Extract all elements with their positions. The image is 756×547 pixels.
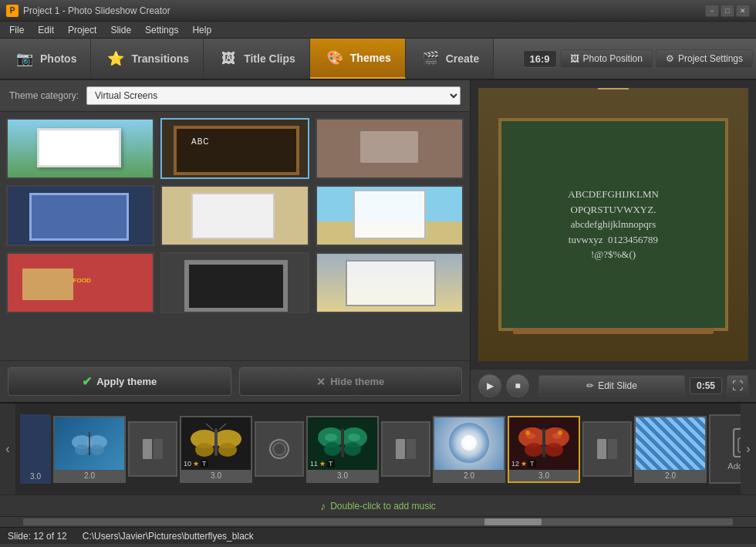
butterfly-blue-thumb [55, 417, 124, 470]
transition-2[interactable] [255, 421, 304, 477]
filmstrip-container: ‹ 3.0 2.0 [0, 402, 756, 495]
theme-item-9[interactable] [316, 252, 464, 313]
tab-transitions[interactable]: ⭐ Transitions [91, 39, 204, 79]
add-photo-label: Add Photo [727, 461, 741, 471]
menu-slide[interactable]: Slide [104, 23, 137, 37]
restore-button[interactable]: □ [721, 5, 734, 17]
category-select[interactable]: Virtual Screens Nature Urban [86, 86, 461, 105]
theme-item-2[interactable] [160, 118, 309, 179]
chalk-text: ABCDEFGHIJKLMN OPQRSTUVWXYZ. abcdefghijk… [568, 187, 659, 262]
filmstrip-right-arrow[interactable]: › [741, 403, 756, 495]
theme-item-5[interactable] [160, 185, 309, 246]
scrollbar-thumb[interactable] [484, 518, 542, 525]
theme-thumbnail-6 [317, 187, 462, 245]
theme-thumbnail-9 [317, 254, 462, 312]
transition-4[interactable] [582, 421, 632, 477]
checkmark-icon: ✔ [82, 374, 92, 389]
time-badge: 0:55 [690, 377, 722, 394]
scrollbar-track [23, 518, 733, 525]
themes-icon: 🎨 [324, 47, 346, 69]
film-item-5[interactable]: 12 ★ T 3.0 [508, 416, 580, 483]
film-duration-4: 2.0 [464, 470, 474, 481]
film-item-1[interactable]: 2.0 [53, 416, 126, 483]
preview-panel: ABCDEFGHIJKLMN OPQRSTUVWXYZ. abcdefghijk… [471, 80, 756, 402]
photo-position-button[interactable]: 🖼 Photo Position [560, 49, 653, 68]
add-photo-button[interactable]: Add Photo [709, 414, 741, 484]
fullscreen-button[interactable]: ⛶ [727, 375, 748, 397]
film-label-3: 11 ★ T [310, 460, 335, 468]
hide-theme-button[interactable]: ✕ Hide theme [239, 367, 463, 396]
transition-thumb-1 [130, 423, 176, 475]
tab-photos[interactable]: 📷 Photos [0, 39, 91, 79]
menu-help[interactable]: Help [186, 23, 218, 37]
music-bar[interactable]: ♪ Double-click to add music [0, 495, 756, 516]
menu-file[interactable]: File [3, 23, 30, 37]
titlebar: P Project 1 - Photo Slideshow Creator − … [0, 0, 756, 22]
title-clips-icon: 🖼 [218, 48, 239, 69]
film-item-6[interactable]: 2.0 [634, 416, 707, 483]
film-num-5: 12 [511, 460, 519, 468]
svg-rect-37 [597, 439, 606, 459]
film-star-5: ★ [521, 460, 527, 468]
project-settings-button[interactable]: ⚙ Project Settings [656, 49, 753, 68]
svg-point-2 [75, 444, 89, 455]
menu-project[interactable]: Project [62, 23, 103, 37]
svg-rect-6 [154, 439, 163, 459]
tab-create[interactable]: 🎬 Create [406, 39, 494, 79]
tab-title-clips[interactable]: 🖼 Title Clips [204, 39, 310, 79]
svg-rect-38 [608, 439, 617, 459]
apply-theme-button[interactable]: ✔ Apply theme [8, 367, 231, 396]
menubar: File Edit Project Slide Settings Help [0, 22, 756, 39]
svg-rect-21 [341, 428, 344, 458]
theme-item-6[interactable] [316, 185, 464, 246]
film-item-3[interactable]: 11 ★ T 3.0 [306, 416, 379, 483]
filmstrip-left-arrow[interactable]: ‹ [0, 403, 15, 495]
svg-point-3 [90, 444, 104, 455]
film-num-2: 10 [184, 460, 191, 468]
toolbar: 📷 Photos ⭐ Transitions 🖼 Title Clips 🎨 T… [0, 39, 756, 80]
transition-3[interactable] [381, 421, 430, 477]
filmstrip-scroll: 3.0 2.0 [15, 403, 741, 495]
transition-1[interactable] [128, 421, 177, 477]
scrollbar-area[interactable] [0, 516, 756, 527]
tab-themes[interactable]: 🎨 Themes [310, 39, 406, 79]
statusbar: Slide: 12 of 12 C:\Users\Javier\Pictures… [0, 527, 756, 544]
film-star-3: ★ [319, 460, 326, 468]
transition-thumb-3 [383, 423, 429, 475]
svg-point-35 [525, 431, 530, 435]
film-item-2[interactable]: 10 ★ T 3.0 [180, 416, 252, 483]
edit-slide-button[interactable]: ✏ Edit Slide [538, 375, 685, 397]
svg-line-12 [206, 424, 213, 430]
transition-thumb-4 [584, 423, 630, 475]
svg-point-31 [545, 443, 563, 457]
stop-button[interactable]: ■ [506, 374, 529, 397]
x-icon: ✕ [316, 376, 326, 388]
film-label-5: 12 ★ T [511, 460, 536, 468]
svg-rect-25 [407, 439, 416, 459]
film-duration-1: 2.0 [84, 470, 95, 481]
film-label-2: 10 ★ T [184, 460, 208, 468]
theme-item-4[interactable] [6, 185, 154, 246]
theme-item-7[interactable] [6, 252, 154, 313]
svg-point-19 [324, 442, 341, 456]
play-button[interactable]: ▶ [478, 374, 501, 397]
theme-item-1[interactable] [6, 118, 154, 179]
theme-thumbnail-1 [8, 120, 153, 177]
svg-point-22 [325, 434, 337, 441]
theme-thumbnail-8 [162, 254, 307, 312]
close-button[interactable]: ✕ [736, 5, 750, 17]
minimize-button[interactable]: − [705, 5, 719, 17]
theme-item-8[interactable] [160, 252, 309, 313]
chalk-tray [513, 328, 714, 334]
film-duration-2: 3.0 [211, 470, 221, 481]
svg-rect-5 [143, 439, 152, 459]
svg-point-27 [461, 435, 477, 451]
checker-thumb [636, 417, 705, 470]
svg-rect-24 [396, 439, 405, 459]
themes-panel: Theme category: Virtual Screens Nature U… [0, 80, 471, 402]
theme-thumbnail-5 [162, 187, 307, 245]
theme-item-3[interactable] [316, 118, 464, 179]
menu-edit[interactable]: Edit [32, 23, 60, 37]
menu-settings[interactable]: Settings [139, 23, 184, 37]
film-item-4[interactable]: 2.0 [433, 416, 505, 483]
